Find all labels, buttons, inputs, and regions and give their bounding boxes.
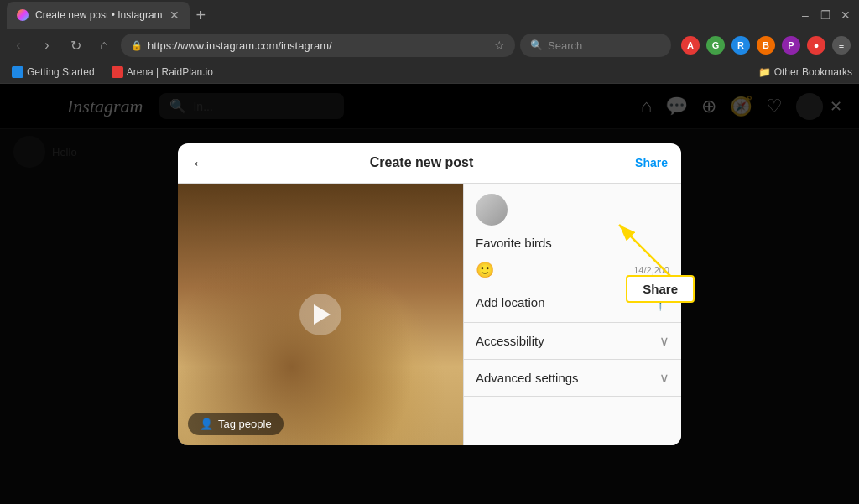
create-post-modal: ← Create new post Share 👤 Tag people xyxy=(178,143,681,445)
security-icon: 🔒 xyxy=(131,40,143,51)
address-bar[interactable]: 🔒 https://www.instagram.com/instagram/ ☆ xyxy=(121,34,515,57)
other-bookmarks[interactable]: 📁 Other Bookmarks xyxy=(758,66,852,78)
browser-titlebar: Create new post • Instagram ✕ + – ❐ ✕ xyxy=(0,0,859,30)
tab-favicon xyxy=(17,9,29,21)
bookmark-arena[interactable]: Arena | RaidPlan.io xyxy=(107,65,218,80)
minimize-button[interactable]: – xyxy=(799,8,812,22)
other-bookmarks-label: Other Bookmarks xyxy=(774,66,852,78)
search-icon: 🔍 xyxy=(530,39,543,51)
ext-icon-1: A xyxy=(681,36,700,55)
tag-people-label: Tag people xyxy=(218,418,272,430)
advanced-settings-row[interactable]: Advanced settings ∨ xyxy=(464,360,681,397)
toolbar-extensions: A G R B P ● ≡ xyxy=(679,34,852,56)
post-user-avatar xyxy=(476,194,508,226)
address-text: https://www.instagram.com/instagram/ xyxy=(148,39,489,52)
advanced-settings-label: Advanced settings xyxy=(476,371,659,385)
ext-icon-5: P xyxy=(782,36,800,55)
new-tab-button[interactable]: + xyxy=(196,6,206,25)
caption-area[interactable]: Favorite birds xyxy=(464,236,681,257)
instagram-page: Instagram 🔍 In... ⌂ 💬 ⊕ 🧭 ♡ ✕ Hello ← Cr… xyxy=(0,84,859,504)
forward-button[interactable]: › xyxy=(35,34,59,57)
ext-icon-4-container[interactable]: B xyxy=(755,34,777,56)
modal-overlay: ← Create new post Share 👤 Tag people xyxy=(0,84,859,504)
home-button[interactable]: ⌂ xyxy=(92,34,116,57)
search-placeholder-text: Search xyxy=(548,39,582,52)
ext-icon-2: G xyxy=(706,36,725,55)
bookmark-label-2: Arena | RaidPlan.io xyxy=(127,66,213,78)
accessibility-row[interactable]: Accessibility ∨ xyxy=(464,323,681,360)
modal-right-panel: Favorite birds 🙂 14/2,200 Add location 📍 xyxy=(463,184,681,445)
ext-icon-7-container[interactable]: ≡ xyxy=(830,34,852,56)
location-pin-icon: 📍 xyxy=(651,294,669,312)
reload-button[interactable]: ↻ xyxy=(64,34,87,57)
modal-share-button[interactable]: Share xyxy=(635,156,668,169)
browser-search-bar[interactable]: 🔍 Search xyxy=(520,34,671,57)
bookmark-favicon-2 xyxy=(112,66,123,78)
ext-icon-4: B xyxy=(757,36,775,55)
accessibility-label: Accessibility xyxy=(476,334,659,348)
modal-media-area: 👤 Tag people xyxy=(178,184,463,445)
window-controls: – ❐ ✕ xyxy=(799,8,852,22)
add-location-label: Add location xyxy=(476,295,651,309)
modal-header: ← Create new post Share xyxy=(178,143,681,184)
person-tag-icon: 👤 xyxy=(200,418,213,430)
browser-chrome: Create new post • Instagram ✕ + – ❐ ✕ ‹ … xyxy=(0,0,859,84)
play-button[interactable] xyxy=(299,294,341,335)
caption-counter-row: 🙂 14/2,200 xyxy=(464,257,681,283)
ext-icon-3-container[interactable]: R xyxy=(730,34,752,56)
ext-icon-3: R xyxy=(731,36,750,55)
extensions-icon[interactable]: A xyxy=(679,34,701,56)
bookmarks-bar: Getting Started Arena | RaidPlan.io 📁 Ot… xyxy=(0,60,859,84)
accessibility-chevron-icon: ∨ xyxy=(659,333,669,349)
add-location-row[interactable]: Add location 📍 xyxy=(464,283,681,323)
bookmark-star-icon[interactable]: ☆ xyxy=(494,39,505,52)
modal-title: Create new post xyxy=(208,155,635,170)
folder-icon: 📁 xyxy=(758,66,771,78)
char-count: 14/2,200 xyxy=(633,265,669,275)
ext-icon-5-container[interactable]: P xyxy=(780,34,802,56)
ext-icon-2-container[interactable]: G xyxy=(705,34,726,56)
ext-icon-6-container[interactable]: ● xyxy=(805,34,827,56)
close-window-button[interactable]: ✕ xyxy=(839,8,852,22)
back-button[interactable]: ‹ xyxy=(7,34,30,57)
ext-icon-6: ● xyxy=(807,36,825,55)
play-triangle-icon xyxy=(314,304,331,325)
tab-title: Create new post • Instagram xyxy=(35,9,163,21)
modal-back-button[interactable]: ← xyxy=(191,153,208,173)
emoji-button[interactable]: 🙂 xyxy=(476,261,494,279)
ext-icon-7: ≡ xyxy=(832,36,851,55)
modal-user-row xyxy=(464,184,681,236)
browser-toolbar: ‹ › ↻ ⌂ 🔒 https://www.instagram.com/inst… xyxy=(0,30,859,60)
modal-body: 👤 Tag people Favorite birds xyxy=(178,184,681,445)
caption-text: Favorite birds xyxy=(476,236,552,250)
maximize-button[interactable]: ❐ xyxy=(819,8,832,22)
tag-people-button[interactable]: 👤 Tag people xyxy=(188,413,284,435)
advanced-settings-chevron-icon: ∨ xyxy=(659,370,669,386)
tab-close-icon[interactable]: ✕ xyxy=(169,9,180,21)
bookmark-favicon-1 xyxy=(12,66,23,78)
browser-tab[interactable]: Create new post • Instagram ✕ xyxy=(7,2,190,29)
bookmark-label-1: Getting Started xyxy=(27,66,95,78)
bookmark-getting-started[interactable]: Getting Started xyxy=(7,65,100,80)
